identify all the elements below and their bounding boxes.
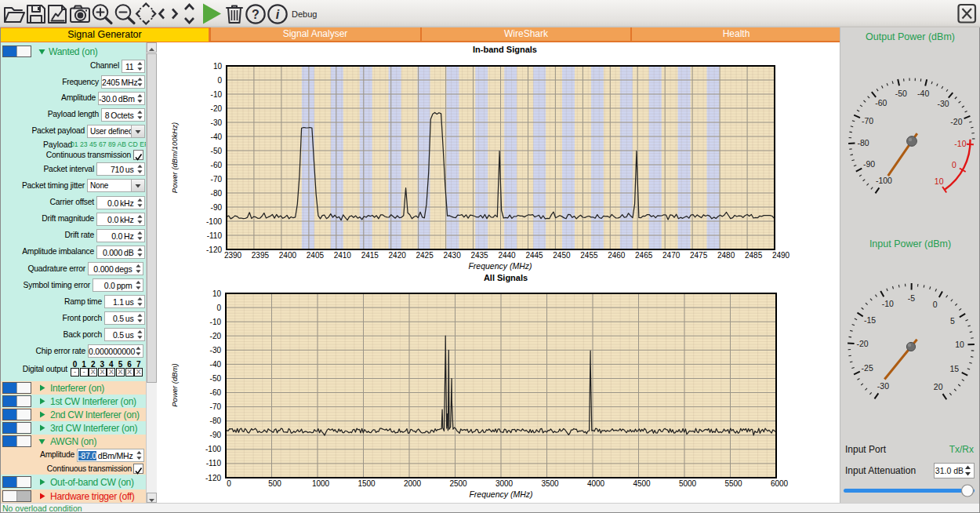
svg-text:20: 20 bbox=[934, 382, 943, 391]
svg-text:2405: 2405 bbox=[307, 251, 325, 260]
svg-text:-120: -120 bbox=[205, 474, 221, 482]
svg-text:2410: 2410 bbox=[334, 251, 352, 260]
svg-text:-20: -20 bbox=[950, 117, 962, 126]
svg-text:-50: -50 bbox=[211, 147, 223, 155]
svg-text:-30: -30 bbox=[937, 99, 949, 108]
svg-text:Power (dBm/100kHz): Power (dBm/100kHz) bbox=[170, 122, 179, 193]
svg-text:5000: 5000 bbox=[679, 479, 697, 488]
svg-text:10: 10 bbox=[213, 62, 223, 71]
svg-text:5500: 5500 bbox=[724, 479, 742, 488]
svg-text:Input Attenuation: Input Attenuation bbox=[845, 465, 916, 476]
svg-text:10: 10 bbox=[212, 289, 222, 298]
svg-text:-30: -30 bbox=[211, 118, 223, 127]
svg-text:31.0 dB: 31.0 dB bbox=[935, 466, 964, 475]
svg-text:4000: 4000 bbox=[587, 479, 605, 488]
svg-text:-110: -110 bbox=[206, 459, 222, 468]
svg-text:Input Power (dBm): Input Power (dBm) bbox=[869, 238, 951, 249]
svg-text:Input Port: Input Port bbox=[845, 444, 887, 455]
svg-text:2450: 2450 bbox=[553, 251, 571, 260]
svg-text:-10: -10 bbox=[954, 139, 966, 148]
svg-text:0: 0 bbox=[933, 300, 938, 309]
svg-text:-10: -10 bbox=[210, 318, 222, 326]
svg-text:2445: 2445 bbox=[525, 251, 543, 260]
svg-text:2415: 2415 bbox=[361, 251, 379, 260]
svg-text:Frequency (MHz): Frequency (MHz) bbox=[468, 261, 532, 271]
svg-text:-100: -100 bbox=[876, 176, 892, 185]
svg-text:-100: -100 bbox=[206, 217, 222, 226]
svg-text:2420: 2420 bbox=[389, 251, 407, 260]
svg-text:-20: -20 bbox=[211, 104, 223, 113]
svg-text:-50: -50 bbox=[895, 89, 907, 98]
svg-text:-80: -80 bbox=[857, 138, 869, 147]
svg-text:-90: -90 bbox=[211, 203, 223, 212]
svg-text:2475: 2475 bbox=[690, 251, 708, 260]
svg-text:All Signals: All Signals bbox=[484, 273, 528, 282]
svg-text:-90: -90 bbox=[210, 431, 222, 439]
svg-text:2390: 2390 bbox=[224, 251, 242, 260]
svg-text:Output Power (dBm): Output Power (dBm) bbox=[866, 31, 955, 42]
svg-text:5: 5 bbox=[950, 316, 955, 326]
svg-text:2455: 2455 bbox=[580, 251, 598, 260]
svg-text:-90: -90 bbox=[863, 159, 875, 169]
svg-text:-40: -40 bbox=[210, 360, 222, 369]
svg-text:10: 10 bbox=[955, 340, 964, 349]
svg-text:3500: 3500 bbox=[541, 479, 559, 488]
svg-text:15: 15 bbox=[949, 364, 959, 373]
svg-text:-60: -60 bbox=[875, 98, 887, 107]
svg-text:-100: -100 bbox=[205, 445, 221, 453]
svg-text:-50: -50 bbox=[210, 374, 222, 383]
svg-text:-5: -5 bbox=[908, 293, 915, 303]
svg-text:Tx/Rx: Tx/Rx bbox=[949, 444, 974, 455]
svg-text:500: 500 bbox=[268, 479, 281, 488]
svg-text:-60: -60 bbox=[211, 161, 223, 169]
svg-text:1500: 1500 bbox=[358, 479, 376, 488]
svg-text:Frequency (MHz): Frequency (MHz) bbox=[469, 489, 532, 499]
svg-text:2465: 2465 bbox=[635, 251, 653, 260]
svg-text:2400: 2400 bbox=[279, 251, 297, 260]
svg-text:-70: -70 bbox=[211, 175, 223, 184]
svg-text:10: 10 bbox=[935, 176, 944, 186]
svg-text:-30: -30 bbox=[877, 381, 889, 391]
svg-text:-40: -40 bbox=[211, 133, 223, 141]
svg-text:0: 0 bbox=[227, 479, 231, 488]
svg-text:-30: -30 bbox=[210, 346, 222, 355]
svg-text:?: ? bbox=[252, 8, 260, 21]
svg-text:2490: 2490 bbox=[772, 251, 790, 260]
svg-text:-40: -40 bbox=[917, 89, 929, 98]
svg-text:-110: -110 bbox=[207, 231, 223, 240]
svg-text:0: 0 bbox=[217, 76, 222, 85]
svg-text:1000: 1000 bbox=[312, 479, 330, 488]
svg-text:6000: 6000 bbox=[771, 479, 789, 488]
svg-text:2430: 2430 bbox=[443, 251, 461, 260]
svg-text:Debug: Debug bbox=[292, 9, 317, 19]
svg-text:2470: 2470 bbox=[662, 251, 681, 260]
svg-text:3000: 3000 bbox=[495, 479, 514, 488]
svg-text:Power (dBm): Power (dBm) bbox=[170, 363, 179, 406]
svg-text:-60: -60 bbox=[210, 388, 222, 397]
svg-text:-120: -120 bbox=[206, 246, 222, 254]
svg-text:-70: -70 bbox=[862, 116, 873, 126]
svg-text:0: 0 bbox=[216, 304, 221, 312]
svg-text:-10: -10 bbox=[882, 299, 894, 308]
svg-text:2435: 2435 bbox=[470, 251, 488, 260]
svg-text:2485: 2485 bbox=[745, 251, 763, 260]
svg-text:-70: -70 bbox=[210, 402, 222, 411]
svg-text:-80: -80 bbox=[210, 417, 222, 425]
svg-text:0: 0 bbox=[952, 160, 956, 169]
svg-text:2500: 2500 bbox=[449, 479, 467, 488]
svg-text:2395: 2395 bbox=[252, 251, 270, 260]
svg-text:In-band Signals: In-band Signals bbox=[473, 45, 537, 54]
svg-text:-25: -25 bbox=[862, 363, 873, 373]
svg-text:-80: -80 bbox=[211, 189, 223, 198]
svg-text:-20: -20 bbox=[857, 339, 869, 348]
svg-text:i: i bbox=[276, 8, 280, 21]
svg-text:2460: 2460 bbox=[608, 251, 626, 260]
svg-text:4500: 4500 bbox=[633, 479, 651, 488]
svg-text:2480: 2480 bbox=[717, 251, 735, 260]
svg-text:2440: 2440 bbox=[498, 251, 516, 260]
svg-text:2425: 2425 bbox=[416, 251, 434, 260]
svg-text:-20: -20 bbox=[210, 332, 222, 340]
svg-text:2000: 2000 bbox=[404, 479, 422, 488]
svg-text:-15: -15 bbox=[864, 315, 876, 325]
svg-text:-10: -10 bbox=[211, 90, 223, 99]
